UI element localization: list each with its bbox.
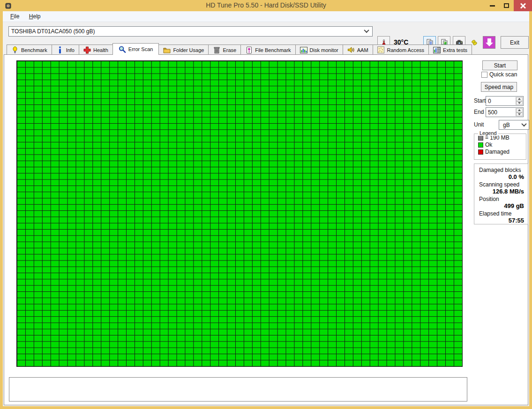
damaged-blocks-label: Damaged blocks [479,167,524,173]
spin-up-button[interactable] [516,97,523,101]
spin-down-button[interactable] [516,112,523,117]
spin-up-button[interactable] [516,108,523,112]
file-benchmark-icon [245,46,253,54]
bar-chart-icon [300,46,307,54]
tab-label: Folder Usage [173,47,204,53]
start-field-label: Start [474,97,486,104]
tab-erase[interactable]: Erase [208,45,241,55]
scanning-speed-label: Scanning speed [479,181,524,188]
window-title: HD Tune Pro 5.50 - Hard Disk/SSD Utility [0,1,532,9]
speaker-icon [347,46,355,54]
spin-down-button[interactable] [516,101,523,105]
minimize-button[interactable] [486,0,499,11]
status-textbox[interactable] [9,377,467,402]
arrow-up-icon [518,98,521,100]
scan-map-grid[interactable] [16,60,463,367]
trash-icon [213,46,220,54]
tab-label: Error Scan [128,46,153,52]
tab-benchmark[interactable]: Benchmark [7,45,52,55]
elapsed-time-value: 57:55 [479,217,524,224]
menu-bar: File Help [3,11,529,22]
legend-title: Legend [478,130,498,136]
tab-label: Extra tests [443,47,467,53]
start-field-value: 0 [488,98,491,104]
app-window: HD Tune Pro 5.50 - Hard Disk/SSD Utility… [0,0,532,409]
tab-disk-monitor[interactable]: Disk monitor [295,45,343,55]
tab-label: Disk monitor [310,47,338,53]
speed-map-label: Speed map [485,84,513,90]
tab-info[interactable]: Info [52,45,79,55]
scan-stats-panel: Damaged blocks 0.0 % Scanning speed 126.… [474,164,528,224]
toolbar: TOSHIBA DT01ACA050 (500 gB) 30°C [3,22,529,43]
extra-tests-icon [433,46,441,54]
tab-label: AAM [357,47,368,53]
chevron-down-icon [521,121,526,126]
damaged-swatch [478,149,483,155]
tab-label: Erase [223,47,236,53]
elapsed-time-label: Elapsed time [479,210,524,217]
tab-error-scan[interactable]: Error Scan [112,43,159,55]
tab-file-benchmark[interactable]: File Benchmark [240,45,295,55]
position-label: Position [479,196,524,202]
legend-label: Damaged [485,149,510,155]
quick-scan-row: Quick scan [481,71,517,78]
tab-strip: Benchmark Info Health Error Scan Folder … [4,43,528,55]
tab-label: File Benchmark [255,47,291,53]
block-size-swatch [478,135,483,141]
minimize-icon [490,5,495,7]
ok-swatch [478,142,483,148]
start-button[interactable]: Start [482,60,517,70]
position-value: 499 gB [479,202,524,209]
end-field-input[interactable]: 500 [486,107,524,117]
damaged-blocks-value: 0.0 % [479,173,524,180]
tab-aam[interactable]: AAM [343,45,373,55]
legend-label: Ok [485,142,492,148]
start-field-spinner [516,97,523,105]
tab-extra-tests[interactable]: Extra tests [428,45,472,55]
arrow-down-icon [518,102,521,104]
random-dots-icon [377,46,385,54]
quick-scan-checkbox[interactable] [481,72,487,78]
unit-field-label: Unit [474,121,484,128]
info-icon [56,46,64,54]
title-bar: HD Tune Pro 5.50 - Hard Disk/SSD Utility [0,0,532,11]
close-button[interactable] [514,0,532,11]
arrow-up-icon [518,109,521,111]
folder-icon [163,46,171,54]
start-field-input[interactable]: 0 [486,96,524,106]
tab-label: Random Access [387,47,424,53]
arrow-down-icon [518,113,521,115]
unit-dropdown[interactable]: gB [499,120,529,130]
client-area: File Help TOSHIBA DT01ACA050 (500 gB) 30… [3,11,529,406]
benchmark-icon [11,46,19,54]
maximize-button[interactable] [500,0,513,11]
end-field-spinner [516,108,523,116]
menu-file[interactable]: File [10,13,19,20]
chevron-down-icon [364,28,369,33]
maximize-icon [504,3,509,8]
health-cross-icon [83,46,91,54]
tab-health[interactable]: Health [79,45,113,55]
start-button-label: Start [494,62,506,69]
scanning-speed-value: 126.8 MB/s [479,188,524,195]
quick-scan-label: Quick scan [489,71,517,78]
drive-selector-value: TOSHIBA DT01ACA050 (500 gB) [11,28,95,35]
tab-folder-usage[interactable]: Folder Usage [158,45,209,55]
tab-random-access[interactable]: Random Access [373,45,429,55]
speed-map-button[interactable]: Speed map [481,82,517,92]
legend-group: Legend = 190 MB Ok Damaged [474,134,526,160]
end-field-label: End [474,109,484,115]
legend-item-damaged: Damaged [478,149,526,155]
end-field-value: 500 [488,109,497,116]
tab-label: Info [66,47,75,53]
error-scan-page: Start Quick scan Speed map Start 0 End 5… [4,54,528,405]
close-icon [520,3,526,8]
tab-label: Health [93,47,108,53]
menu-help[interactable]: Help [29,13,41,20]
drive-selector-dropdown[interactable]: TOSHIBA DT01ACA050 (500 gB) [8,26,373,37]
magnifier-icon [119,45,126,53]
unit-value: gB [503,122,510,128]
tab-label: Benchmark [21,47,47,53]
legend-item-ok: Ok [478,142,526,148]
